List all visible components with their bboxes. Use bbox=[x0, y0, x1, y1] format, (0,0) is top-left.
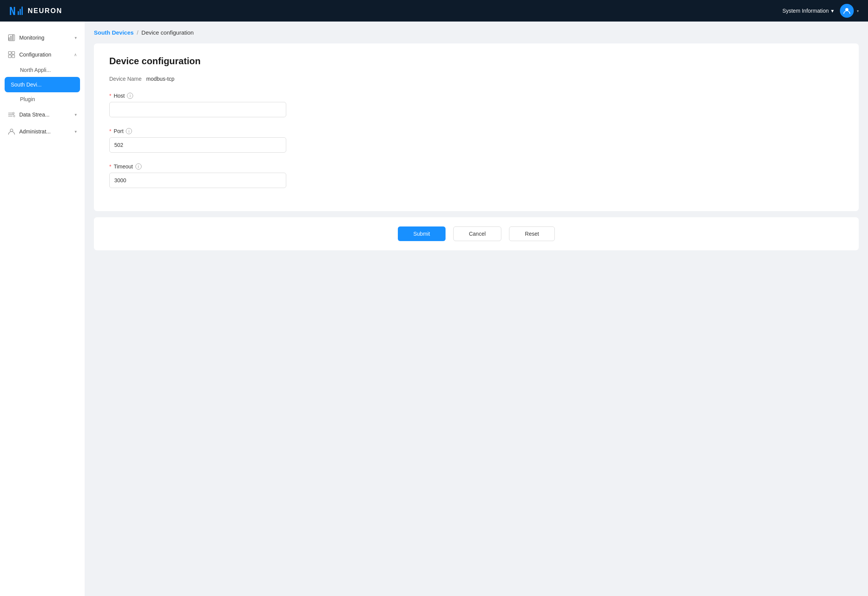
sidebar-item-administration[interactable]: Administrat... ▾ bbox=[0, 123, 85, 140]
system-info-button[interactable]: System Information ▾ bbox=[779, 5, 837, 16]
port-info-icon[interactable]: i bbox=[126, 128, 132, 134]
submit-button[interactable]: Submit bbox=[398, 226, 446, 241]
app-header: N NEURON System Information ▾ ▾ bbox=[0, 0, 868, 22]
breadcrumb-separator: / bbox=[137, 29, 138, 36]
system-info-label: System Information bbox=[782, 8, 829, 14]
svg-rect-2 bbox=[20, 9, 21, 15]
svg-rect-9 bbox=[8, 52, 11, 54]
admin-chevron-icon: ▾ bbox=[75, 129, 77, 134]
breadcrumb-current: Device configuration bbox=[142, 29, 194, 36]
timeout-input[interactable] bbox=[109, 173, 286, 188]
timeout-label-text: Timeout bbox=[114, 163, 133, 170]
sidebar-item-configuration[interactable]: Configuration ∧ bbox=[0, 46, 85, 63]
svg-rect-12 bbox=[12, 55, 15, 58]
port-required-star: * bbox=[109, 128, 111, 134]
timeout-info-icon[interactable]: i bbox=[135, 163, 142, 170]
device-configuration-card: Device configuration Device Name modbus-… bbox=[94, 43, 859, 211]
app-name: NEURON bbox=[28, 7, 62, 15]
system-info-chevron-icon: ▾ bbox=[831, 8, 834, 14]
sidebar-item-north-applications[interactable]: North Appli... bbox=[0, 63, 85, 77]
port-input[interactable] bbox=[109, 137, 286, 153]
svg-rect-1 bbox=[18, 11, 19, 15]
breadcrumb-parent[interactable]: South Devices bbox=[94, 29, 134, 36]
sidebar-item-data-stream[interactable]: Data Strea... ▾ bbox=[0, 106, 85, 123]
svg-rect-3 bbox=[22, 7, 23, 15]
sidebar-north-label: North Appli... bbox=[20, 67, 51, 73]
port-label: * Port i bbox=[109, 128, 843, 134]
logo: N NEURON bbox=[9, 4, 62, 17]
sidebar-item-south-devices[interactable]: South Devi... bbox=[5, 77, 80, 92]
svg-text:N: N bbox=[9, 5, 16, 17]
svg-point-14 bbox=[13, 115, 15, 117]
form-title: Device configuration bbox=[109, 56, 843, 67]
configuration-chevron-icon: ∧ bbox=[74, 52, 77, 57]
sidebar-configuration-label: Configuration bbox=[19, 52, 70, 58]
svg-point-13 bbox=[13, 112, 14, 114]
monitoring-chevron-icon: ▾ bbox=[75, 35, 77, 40]
config-icon bbox=[8, 51, 15, 58]
svg-rect-6 bbox=[10, 36, 12, 40]
port-label-text: Port bbox=[114, 128, 124, 134]
timeout-required-star: * bbox=[109, 163, 111, 170]
main-layout: Monitoring ▾ Configuration ∧ North Appli… bbox=[0, 22, 868, 596]
host-required-star: * bbox=[109, 93, 111, 99]
device-name-value: modbus-tcp bbox=[146, 76, 174, 82]
reset-button[interactable]: Reset bbox=[509, 226, 555, 241]
chart-icon bbox=[8, 34, 15, 42]
sidebar-south-label: South Devi... bbox=[11, 82, 42, 88]
sidebar-datastream-label: Data Strea... bbox=[19, 112, 71, 118]
timeout-label: * Timeout i bbox=[109, 163, 843, 170]
sidebar: Monitoring ▾ Configuration ∧ North Appli… bbox=[0, 22, 85, 596]
user-avatar[interactable] bbox=[840, 4, 854, 18]
svg-rect-10 bbox=[12, 52, 15, 54]
user-chevron-icon[interactable]: ▾ bbox=[857, 9, 859, 13]
sidebar-monitoring-label: Monitoring bbox=[19, 35, 71, 41]
sidebar-plugin-label: Plugin bbox=[20, 96, 35, 102]
action-card: Submit Cancel Reset bbox=[94, 217, 859, 250]
logo-icon: N bbox=[9, 4, 24, 17]
device-name-label: Device Name bbox=[109, 76, 142, 82]
svg-rect-11 bbox=[8, 55, 11, 58]
host-field-group: * Host i bbox=[109, 93, 843, 117]
datastream-chevron-icon: ▾ bbox=[75, 112, 77, 117]
breadcrumb: South Devices / Device configuration bbox=[94, 29, 859, 36]
sidebar-item-monitoring[interactable]: Monitoring ▾ bbox=[0, 29, 85, 46]
timeout-field-group: * Timeout i bbox=[109, 163, 843, 188]
main-content: South Devices / Device configuration Dev… bbox=[85, 22, 868, 596]
device-name-row: Device Name modbus-tcp bbox=[109, 76, 843, 82]
cancel-button[interactable]: Cancel bbox=[453, 226, 502, 241]
port-field-group: * Port i bbox=[109, 128, 843, 153]
host-label: * Host i bbox=[109, 93, 843, 99]
admin-icon bbox=[8, 128, 15, 135]
host-input[interactable] bbox=[109, 102, 286, 117]
sidebar-admin-label: Administrat... bbox=[19, 128, 71, 135]
header-actions: System Information ▾ ▾ bbox=[779, 4, 859, 18]
stream-icon bbox=[8, 111, 15, 118]
host-info-icon[interactable]: i bbox=[127, 93, 133, 99]
sidebar-item-plugin[interactable]: Plugin bbox=[0, 92, 85, 106]
host-label-text: Host bbox=[114, 93, 125, 99]
svg-rect-7 bbox=[12, 35, 13, 40]
